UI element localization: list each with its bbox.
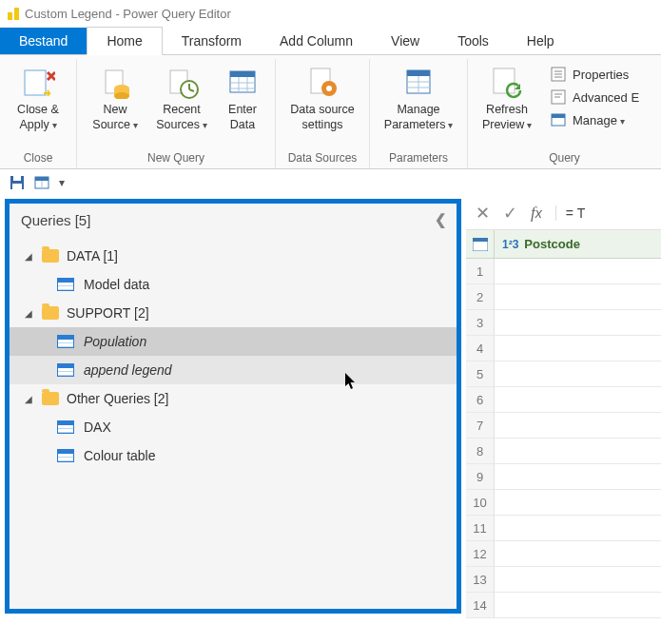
row-number: 9 xyxy=(466,464,495,489)
qat-customize[interactable]: ▾ xyxy=(59,176,65,189)
table-icon[interactable] xyxy=(34,175,49,190)
folder-label: Other Queries [2] xyxy=(67,391,168,406)
data-source-settings-icon xyxy=(305,65,340,99)
row-number: 11 xyxy=(466,516,495,540)
group-label-parameters: Parameters xyxy=(370,149,467,168)
folder-label: SUPPORT [2] xyxy=(67,305,149,321)
folder-support[interactable]: ◢ SUPPORT [2] xyxy=(10,299,457,327)
cell[interactable] xyxy=(495,516,661,540)
svg-point-19 xyxy=(326,86,332,91)
query-population[interactable]: Population xyxy=(10,327,457,356)
manage-button[interactable]: Manage xyxy=(544,110,645,129)
table-icon xyxy=(57,363,74,377)
save-icon[interactable] xyxy=(10,175,25,190)
cell[interactable] xyxy=(495,361,661,386)
query-colour-table[interactable]: Colour table xyxy=(10,441,457,470)
query-append-legend[interactable]: append legend xyxy=(10,356,457,384)
table-row[interactable]: 12 xyxy=(466,541,661,567)
cell[interactable] xyxy=(495,336,661,361)
properties-button[interactable]: Properties xyxy=(544,65,645,84)
tab-home[interactable]: Home xyxy=(87,27,162,55)
row-number: 7 xyxy=(466,413,495,438)
table-row[interactable]: 10 xyxy=(466,490,661,516)
folder-icon xyxy=(42,306,59,320)
ribbon-tabs: Bestand Home Transform Add Column View T… xyxy=(0,27,661,55)
table-row[interactable]: 1 xyxy=(466,259,661,284)
new-source-label: New Source xyxy=(92,103,137,132)
row-number: 5 xyxy=(466,361,495,386)
cell[interactable] xyxy=(495,259,661,283)
tab-add-column[interactable]: Add Column xyxy=(261,28,372,54)
advanced-editor-button[interactable]: Advanced E xyxy=(544,88,645,107)
query-model-data[interactable]: Model data xyxy=(10,270,457,299)
folder-other-queries[interactable]: ◢ Other Queries [2] xyxy=(10,384,457,413)
cell[interactable] xyxy=(495,284,661,309)
table-row[interactable]: 13 xyxy=(466,567,661,593)
table-icon xyxy=(57,278,74,291)
tab-file[interactable]: Bestand xyxy=(0,28,87,54)
queries-title: Queries [5] xyxy=(21,212,90,228)
cell[interactable] xyxy=(495,387,661,412)
table-row[interactable]: 6 xyxy=(466,387,661,413)
formula-bar: ✕ ✓ fx = T xyxy=(466,196,661,230)
query-dax[interactable]: DAX xyxy=(10,413,457,441)
ribbon-group-query: Refresh Preview Properties Advanced E Ma… xyxy=(468,59,661,168)
title-bar: Custom Legend - Power Query Editor xyxy=(0,0,661,27)
cancel-formula-icon[interactable]: ✕ xyxy=(476,203,490,224)
tab-help[interactable]: Help xyxy=(508,28,574,54)
tab-transform[interactable]: Transform xyxy=(163,28,261,54)
table-row[interactable]: 3 xyxy=(466,310,661,336)
manage-parameters-button[interactable]: Manage Parameters xyxy=(378,61,459,132)
grid-corner-button[interactable] xyxy=(466,230,495,258)
column-header-postcode[interactable]: 1²3 Postcode xyxy=(495,237,661,251)
table-row[interactable]: 5 xyxy=(466,361,661,387)
row-number: 13 xyxy=(466,567,495,592)
advanced-editor-icon xyxy=(550,89,567,105)
cell[interactable] xyxy=(495,464,661,489)
svg-rect-34 xyxy=(552,114,565,118)
query-label: Population xyxy=(84,334,146,349)
tab-tools[interactable]: Tools xyxy=(438,28,508,54)
expand-icon: ◢ xyxy=(25,308,34,319)
accept-formula-icon[interactable]: ✓ xyxy=(503,203,517,224)
close-and-apply-button[interactable]: Close & Apply xyxy=(8,61,68,132)
table-row[interactable]: 9 xyxy=(466,464,661,490)
refresh-preview-button[interactable]: Refresh Preview xyxy=(476,61,538,132)
table-row[interactable]: 11 xyxy=(466,516,661,541)
collapse-pane-icon[interactable]: ❮ xyxy=(435,211,447,228)
queries-header: Queries [5] ❮ xyxy=(10,204,457,236)
expand-icon: ◢ xyxy=(25,394,34,404)
svg-rect-25 xyxy=(494,68,515,93)
formula-text[interactable]: = T xyxy=(555,205,651,221)
table-row[interactable]: 4 xyxy=(466,336,661,361)
window-title: Custom Legend - Power Query Editor xyxy=(25,7,231,21)
refresh-preview-icon xyxy=(490,65,524,99)
manage-label: Manage xyxy=(573,113,625,127)
column-name: Postcode xyxy=(524,237,580,251)
cell[interactable] xyxy=(495,310,661,335)
table-row[interactable]: 2 xyxy=(466,284,661,310)
new-source-button[interactable]: New Source xyxy=(85,61,146,132)
table-row[interactable]: 14 xyxy=(466,593,661,618)
row-number: 10 xyxy=(466,490,495,515)
enter-data-button[interactable]: Enter Data xyxy=(218,61,267,132)
cell[interactable] xyxy=(495,541,661,566)
table-icon xyxy=(57,420,74,434)
expand-icon: ◢ xyxy=(25,251,34,262)
cell[interactable] xyxy=(495,567,661,592)
recent-sources-button[interactable]: Recent Sources xyxy=(151,61,212,132)
cell[interactable] xyxy=(495,413,661,438)
tab-view[interactable]: View xyxy=(372,28,438,54)
ribbon: Close & Apply Close New Source Recent So… xyxy=(0,55,661,169)
fx-icon[interactable]: fx xyxy=(531,204,542,223)
cell[interactable] xyxy=(495,490,661,515)
folder-data[interactable]: ◢ DATA [1] xyxy=(10,242,457,270)
cell[interactable] xyxy=(495,593,661,617)
query-label: append legend xyxy=(84,362,172,378)
table-row[interactable]: 7 xyxy=(466,413,661,439)
group-label-query: Query xyxy=(468,149,661,168)
table-row[interactable]: 8 xyxy=(466,439,661,464)
cell[interactable] xyxy=(495,439,661,463)
data-source-settings-button[interactable]: Data source settings xyxy=(283,61,361,132)
group-label-new-query: New Query xyxy=(77,149,275,168)
